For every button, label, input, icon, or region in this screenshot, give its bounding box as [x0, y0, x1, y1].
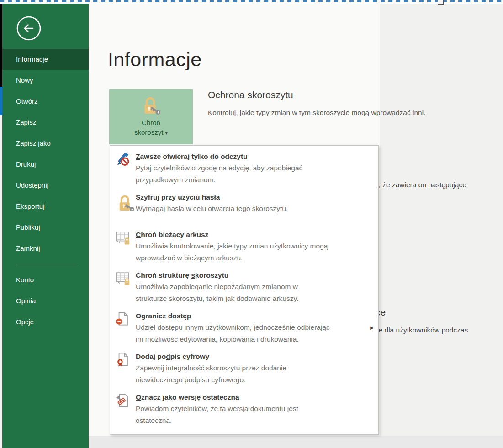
sidebar-item-zapisz-jako[interactable]: Zapisz jako [2, 133, 89, 154]
sidebar-item-eksportuj[interactable]: Eksportuj [2, 196, 89, 217]
protect-workbook-button[interactable]: Chroń skoroszyt ▾ [109, 89, 193, 144]
menu-item-description-line: Udziel dostępu innym użytkownikom, jedno… [136, 322, 374, 333]
menu-item-description-line: Pytaj czytelników o zgodę na edycję, aby… [136, 162, 374, 174]
menu-item-title: Chroń bieżący arkusz [136, 229, 374, 240]
menu-item-text: Szyfruj przy użyciu hasłaWymagaj hasła w… [136, 192, 374, 215]
menu-item-description-line: Umożliwia kontrolowanie, jakie typy zmia… [136, 240, 374, 252]
sidebar-item-udostepnij[interactable]: Udostępnij [2, 175, 89, 196]
menu-item-title: Szyfruj przy użyciu hasła [136, 192, 374, 203]
menu-item-text: Chroń bieżący arkuszUmożliwia kontrolowa… [136, 229, 374, 264]
menu-item-encrypt-with-password[interactable]: Szyfruj przy użyciu hasłaWymagaj hasła w… [110, 191, 378, 218]
menu-item-description-line: ostateczna. [136, 415, 374, 427]
sidebar-divider [2, 259, 89, 269]
sidebar-nav: InformacjeNowyOtwórzZapiszZapisz jakoDru… [2, 49, 89, 332]
dropdown-caret-icon: ▾ [165, 130, 168, 136]
menu-item-text: Zawsze otwieraj tylko do odczytuPytaj cz… [136, 151, 374, 186]
menu-item-text: Dodaj podpis cyfrowyZapewnij integralnoś… [136, 351, 374, 386]
sidebar-item-publikuj[interactable]: Publikuj [2, 217, 89, 238]
menu-item-description-line: Wymagaj hasła w celu otwarcia tego skoro… [136, 203, 374, 215]
background-text-fragment-inspect: ę, że zawiera on następujące [375, 181, 466, 189]
lock-key-icon [116, 192, 136, 215]
left-edge-black-strip [0, 4, 2, 87]
background-text-fragment-browser-view: ne dla użytkowników podczas [375, 326, 468, 334]
menu-item-description-line: Umożliwia zapobieganie niepożądanym zmia… [136, 281, 374, 293]
menu-item-text: Chroń strukturę skoroszytuUmożliwia zapo… [136, 270, 374, 305]
lock-key-icon [140, 95, 162, 117]
backstage-content-background-right [380, 4, 503, 436]
doc-minus-icon [116, 311, 136, 345]
menu-item-protect-current-sheet[interactable]: Chroń bieżący arkuszUmożliwia kontrolowa… [110, 228, 378, 268]
sheet-lock-icon [116, 270, 136, 305]
sidebar-item-nowy[interactable]: Nowy [2, 70, 89, 91]
menu-item-mark-as-final[interactable]: Oznacz jako wersję ostatecznąPowiadom cz… [110, 391, 378, 430]
sidebar-item-zamknij[interactable]: Zamknij [2, 238, 89, 259]
excel-backstage-info-screen: InformacjeNowyOtwórzZapiszZapisz jakoDru… [0, 0, 503, 448]
menu-item-description-line: niewidocznego podpisu cyfrowego. [136, 374, 374, 386]
sheet-lock-icon [116, 229, 136, 264]
sidebar-item-informacje[interactable]: Informacje [2, 49, 89, 70]
sidebar-item-konto[interactable]: Konto [2, 269, 89, 290]
backstage-sidebar: InformacjeNowyOtwórzZapiszZapisz jakoDru… [2, 4, 89, 448]
protect-button-label-line1: Chroń [142, 119, 160, 126]
menu-item-description-line: im możliwość edytowania, kopiowania i dr… [136, 333, 374, 345]
doc-ribbon-icon [116, 351, 136, 386]
submenu-arrow-icon: ▶ [370, 325, 374, 330]
menu-item-title: Oznacz jako wersję ostateczną [136, 392, 374, 403]
protection-section-description: Kontroluj, jakie typy zmian w tym skoros… [208, 109, 425, 117]
screenshot-selection-marquee [0, 0, 503, 2]
menu-item-always-open-read-only[interactable]: Zawsze otwieraj tylko do odczytuPytaj cz… [110, 150, 378, 190]
menu-item-description-line: strukturze skoroszytu, takim jak dodawan… [136, 293, 374, 305]
menu-item-title: Zawsze otwieraj tylko do odczytu [136, 151, 374, 162]
menu-item-text: Oznacz jako wersję ostatecznąPowiadom cz… [136, 392, 374, 427]
menu-item-restrict-access[interactable]: Ogranicz dostępUdziel dostępu innym użyt… [110, 310, 378, 349]
menu-item-protect-workbook-structure[interactable]: Chroń strukturę skoroszytuUmożliwia zapo… [110, 269, 378, 308]
protection-section-title: Ochrona skoroszytu [208, 90, 293, 100]
bottom-gray-strip [89, 436, 503, 448]
menu-item-description-line: Zapewnij integralność skoroszytu przez d… [136, 362, 374, 374]
menu-item-title: Chroń strukturę skoroszytu [136, 270, 374, 281]
left-edge-gray-strip [0, 115, 2, 448]
doc-stamp-icon [116, 392, 136, 427]
sidebar-item-drukuj[interactable]: Drukuj [2, 154, 89, 175]
page-title: Informacje [108, 48, 202, 71]
protect-button-label-line2: skoroszyt [134, 128, 163, 136]
menu-item-description-line: Powiadom czytelników, że ta wersja dokum… [136, 403, 374, 415]
sidebar-item-otworz[interactable]: Otwórz [2, 91, 89, 112]
menu-item-add-digital-signature[interactable]: Dodaj podpis cyfrowyZapewnij integralnoś… [110, 350, 378, 390]
sidebar-item-zapisz[interactable]: Zapisz [2, 112, 89, 133]
menu-item-description-line: wprowadzać w bieżącym arkuszu. [136, 252, 374, 264]
back-button[interactable] [16, 16, 42, 41]
menu-item-description-line: przypadkowym zmianom. [136, 174, 374, 186]
menu-item-title: Dodaj podpis cyfrowy [136, 351, 374, 362]
menu-item-title: Ogranicz dostęp [136, 311, 374, 322]
readonly-pen-icon [116, 151, 136, 186]
selection-handle[interactable] [438, 0, 444, 5]
sidebar-item-opcje[interactable]: Opcje [2, 311, 89, 332]
protect-workbook-dropdown-menu: Zawsze otwieraj tylko do odczytuPytaj cz… [110, 145, 379, 435]
sidebar-item-opinia[interactable]: Opinia [2, 290, 89, 311]
left-edge-blue-strip [0, 87, 2, 115]
menu-item-text: Ogranicz dostępUdziel dostępu innym użyt… [136, 311, 374, 345]
